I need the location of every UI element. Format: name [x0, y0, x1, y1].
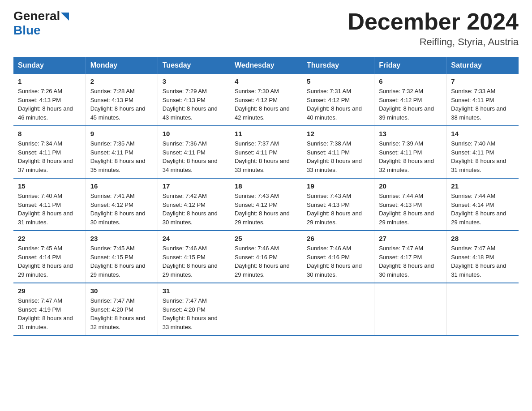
day-cell: 18 Sunrise: 7:43 AM Sunset: 4:12 PM Dayl… [230, 178, 302, 231]
day-cell [446, 283, 519, 335]
day-info: Sunrise: 7:47 AM Sunset: 4:20 PM Dayligh… [90, 296, 153, 331]
logo-text-general: General [13, 9, 60, 23]
day-cell: 25 Sunrise: 7:46 AM Sunset: 4:16 PM Dayl… [230, 231, 302, 283]
day-number: 2 [90, 77, 153, 85]
calendar-header: SundayMondayTuesdayWednesdayThursdayFrid… [13, 57, 519, 74]
day-info: Sunrise: 7:47 AM Sunset: 4:20 PM Dayligh… [163, 296, 225, 331]
day-cell: 23 Sunrise: 7:45 AM Sunset: 4:15 PM Dayl… [86, 231, 158, 283]
title-section: December 2024 Reifling, Styria, Austria [348, 9, 519, 48]
day-cell: 2 Sunrise: 7:28 AM Sunset: 4:13 PM Dayli… [86, 74, 158, 126]
day-info: Sunrise: 7:45 AM Sunset: 4:14 PM Dayligh… [18, 244, 81, 279]
day-cell: 8 Sunrise: 7:34 AM Sunset: 4:11 PM Dayli… [13, 126, 86, 178]
day-number: 26 [307, 235, 369, 242]
day-cell: 16 Sunrise: 7:41 AM Sunset: 4:12 PM Dayl… [86, 178, 158, 231]
day-info: Sunrise: 7:41 AM Sunset: 4:12 PM Dayligh… [90, 192, 153, 227]
day-cell: 9 Sunrise: 7:35 AM Sunset: 4:11 PM Dayli… [86, 126, 158, 178]
day-cell [230, 283, 302, 335]
page-header: General Blue December 2024 Reifling, Sty… [13, 9, 519, 48]
day-number: 22 [18, 235, 81, 242]
day-number: 8 [18, 130, 81, 137]
day-number: 16 [90, 182, 153, 190]
day-info: Sunrise: 7:38 AM Sunset: 4:11 PM Dayligh… [307, 139, 369, 174]
week-row-3: 15 Sunrise: 7:40 AM Sunset: 4:11 PM Dayl… [13, 178, 519, 231]
day-info: Sunrise: 7:46 AM Sunset: 4:16 PM Dayligh… [235, 244, 297, 279]
day-info: Sunrise: 7:36 AM Sunset: 4:11 PM Dayligh… [163, 139, 225, 174]
svg-marker-0 [61, 13, 69, 21]
day-info: Sunrise: 7:33 AM Sunset: 4:11 PM Dayligh… [451, 87, 514, 122]
header-row: SundayMondayTuesdayWednesdayThursdayFrid… [13, 57, 519, 74]
day-info: Sunrise: 7:29 AM Sunset: 4:13 PM Dayligh… [163, 87, 225, 122]
day-info: Sunrise: 7:26 AM Sunset: 4:13 PM Dayligh… [18, 87, 81, 122]
header-cell-tuesday: Tuesday [158, 57, 230, 74]
day-number: 3 [163, 77, 225, 85]
day-number: 10 [163, 130, 225, 137]
day-number: 12 [307, 130, 369, 137]
day-number: 24 [163, 235, 225, 242]
day-cell: 26 Sunrise: 7:46 AM Sunset: 4:16 PM Dayl… [302, 231, 374, 283]
day-cell: 11 Sunrise: 7:37 AM Sunset: 4:11 PM Dayl… [230, 126, 302, 178]
day-number: 29 [18, 287, 81, 295]
day-info: Sunrise: 7:39 AM Sunset: 4:11 PM Dayligh… [379, 139, 442, 174]
day-cell [374, 283, 446, 335]
day-info: Sunrise: 7:44 AM Sunset: 4:14 PM Dayligh… [451, 192, 514, 227]
header-cell-wednesday: Wednesday [230, 57, 302, 74]
day-info: Sunrise: 7:40 AM Sunset: 4:11 PM Dayligh… [18, 192, 81, 227]
day-cell: 24 Sunrise: 7:46 AM Sunset: 4:15 PM Dayl… [158, 231, 230, 283]
day-number: 4 [235, 77, 297, 85]
day-cell: 28 Sunrise: 7:47 AM Sunset: 4:18 PM Dayl… [446, 231, 519, 283]
day-info: Sunrise: 7:43 AM Sunset: 4:12 PM Dayligh… [235, 192, 297, 227]
day-number: 30 [90, 287, 153, 295]
day-info: Sunrise: 7:42 AM Sunset: 4:12 PM Dayligh… [163, 192, 225, 227]
day-number: 15 [18, 182, 81, 190]
day-cell [302, 283, 374, 335]
day-number: 11 [235, 130, 297, 137]
logo: General Blue [13, 9, 69, 38]
day-cell: 4 Sunrise: 7:30 AM Sunset: 4:12 PM Dayli… [230, 74, 302, 126]
week-row-1: 1 Sunrise: 7:26 AM Sunset: 4:13 PM Dayli… [13, 74, 519, 126]
header-cell-thursday: Thursday [302, 57, 374, 74]
day-cell: 6 Sunrise: 7:32 AM Sunset: 4:12 PM Dayli… [374, 74, 446, 126]
location-title: Reifling, Styria, Austria [348, 36, 519, 48]
logo-text-blue: Blue [13, 23, 41, 38]
day-info: Sunrise: 7:46 AM Sunset: 4:15 PM Dayligh… [163, 244, 225, 279]
day-info: Sunrise: 7:32 AM Sunset: 4:12 PM Dayligh… [379, 87, 442, 122]
day-cell: 5 Sunrise: 7:31 AM Sunset: 4:12 PM Dayli… [302, 74, 374, 126]
day-info: Sunrise: 7:37 AM Sunset: 4:11 PM Dayligh… [235, 139, 297, 174]
day-number: 21 [451, 182, 514, 190]
day-number: 18 [235, 182, 297, 190]
day-cell: 22 Sunrise: 7:45 AM Sunset: 4:14 PM Dayl… [13, 231, 86, 283]
day-number: 17 [163, 182, 225, 190]
day-info: Sunrise: 7:47 AM Sunset: 4:19 PM Dayligh… [18, 296, 81, 331]
day-cell: 19 Sunrise: 7:43 AM Sunset: 4:13 PM Dayl… [302, 178, 374, 231]
day-number: 28 [451, 235, 514, 242]
week-row-5: 29 Sunrise: 7:47 AM Sunset: 4:19 PM Dayl… [13, 283, 519, 335]
day-info: Sunrise: 7:40 AM Sunset: 4:11 PM Dayligh… [451, 139, 514, 174]
day-info: Sunrise: 7:35 AM Sunset: 4:11 PM Dayligh… [90, 139, 153, 174]
week-row-4: 22 Sunrise: 7:45 AM Sunset: 4:14 PM Dayl… [13, 231, 519, 283]
day-number: 5 [307, 77, 369, 85]
calendar-body: 1 Sunrise: 7:26 AM Sunset: 4:13 PM Dayli… [13, 74, 519, 335]
day-number: 13 [379, 130, 442, 137]
day-cell: 29 Sunrise: 7:47 AM Sunset: 4:19 PM Dayl… [13, 283, 86, 335]
day-info: Sunrise: 7:44 AM Sunset: 4:13 PM Dayligh… [379, 192, 442, 227]
day-number: 1 [18, 77, 81, 85]
day-number: 6 [379, 77, 442, 85]
day-cell: 12 Sunrise: 7:38 AM Sunset: 4:11 PM Dayl… [302, 126, 374, 178]
day-info: Sunrise: 7:31 AM Sunset: 4:12 PM Dayligh… [307, 87, 369, 122]
day-info: Sunrise: 7:30 AM Sunset: 4:12 PM Dayligh… [235, 87, 297, 122]
day-number: 31 [163, 287, 225, 295]
day-info: Sunrise: 7:43 AM Sunset: 4:13 PM Dayligh… [307, 192, 369, 227]
day-cell: 20 Sunrise: 7:44 AM Sunset: 4:13 PM Dayl… [374, 178, 446, 231]
day-number: 20 [379, 182, 442, 190]
header-cell-friday: Friday [374, 57, 446, 74]
day-number: 7 [451, 77, 514, 85]
calendar-table: SundayMondayTuesdayWednesdayThursdayFrid… [13, 57, 519, 336]
month-title: December 2024 [348, 9, 519, 34]
logo-triangle-icon [61, 13, 69, 21]
day-cell: 17 Sunrise: 7:42 AM Sunset: 4:12 PM Dayl… [158, 178, 230, 231]
day-cell: 21 Sunrise: 7:44 AM Sunset: 4:14 PM Dayl… [446, 178, 519, 231]
day-cell: 13 Sunrise: 7:39 AM Sunset: 4:11 PM Dayl… [374, 126, 446, 178]
day-info: Sunrise: 7:46 AM Sunset: 4:16 PM Dayligh… [307, 244, 369, 279]
day-cell: 7 Sunrise: 7:33 AM Sunset: 4:11 PM Dayli… [446, 74, 519, 126]
day-cell: 10 Sunrise: 7:36 AM Sunset: 4:11 PM Dayl… [158, 126, 230, 178]
